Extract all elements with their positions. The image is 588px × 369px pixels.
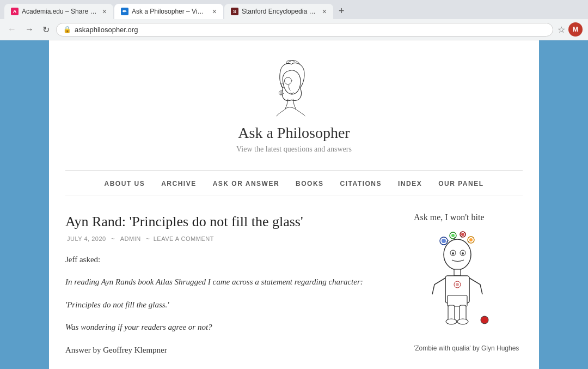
post-meta: JULY 4, 2020 ~ ADMIN ~ LEAVE A COMMENT — [65, 235, 392, 242]
svg-rect-10 — [460, 305, 466, 320]
sidebar-widget-title: Ask me, I won't bite — [414, 213, 523, 222]
svg-rect-9 — [448, 305, 455, 320]
svg-point-11 — [446, 319, 457, 324]
post-paragraph-5: Answer by Geoffrey Klempner — [65, 343, 392, 358]
post-paragraph-1: Jeff asked: — [65, 253, 392, 267]
site-nav: ABOUT US ARCHIVE ASK OR ANSWER BOOKS CIT… — [65, 170, 523, 196]
nav-list: ABOUT US ARCHIVE ASK OR ANSWER BOOKS CIT… — [65, 178, 523, 188]
post-text-1: Jeff asked: — [65, 255, 100, 264]
nav-item-about[interactable]: ABOUT US — [105, 178, 145, 188]
address-text: askaphilosopher.org — [75, 26, 138, 34]
site-title: Ask a Philosopher — [65, 124, 523, 142]
post-text-3: 'Principles do not fill the glass.' — [65, 300, 169, 309]
meta-sep1: ~ — [111, 235, 115, 242]
lock-icon: 🔒 — [63, 26, 71, 34]
address-bar[interactable]: 🔒 askaphilosopher.org — [56, 23, 553, 37]
nav-item-citations[interactable]: CITATIONS — [340, 178, 382, 188]
svg-point-14 — [442, 239, 446, 243]
tab-close-philosopher[interactable]: × — [212, 7, 217, 16]
philosopher-logo — [261, 57, 327, 122]
nav-link-ask[interactable]: ASK OR ANSWER — [213, 180, 279, 187]
main-content: Ayn Rand: 'Principles do not fill the gl… — [65, 213, 523, 366]
svg-point-16 — [451, 234, 455, 237]
svg-point-23 — [481, 316, 488, 324]
zombie-caption: 'Zombie with qualia' by Glyn Hughes — [414, 344, 523, 352]
browser-chrome: A Academia.edu – Share research... × ✏ A… — [0, 0, 588, 40]
nav-item-index[interactable]: INDEX — [398, 178, 422, 188]
svg-rect-6 — [454, 269, 461, 276]
profile-avatar[interactable]: M — [568, 22, 583, 37]
svg-point-18 — [461, 233, 464, 236]
post-text-2: In reading Ayn Rands book Atlas Shrugged… — [65, 277, 363, 286]
nav-link-archive[interactable]: ARCHIVE — [161, 180, 197, 187]
svg-point-4 — [452, 252, 454, 255]
post-text-4: Was wondering if your readers agree or n… — [65, 323, 212, 331]
post-comment-link[interactable]: LEAVE A COMMENT — [154, 235, 214, 242]
post-body: Jeff asked: In reading Ayn Rands book At… — [65, 253, 392, 358]
tab-favicon-stanford: S — [231, 8, 238, 15]
toolbar-right: ☆ M — [558, 22, 583, 37]
site-header: Ask a Philosopher View the latest questi… — [65, 40, 523, 165]
zombie-figure — [414, 230, 501, 339]
address-bar-row: ← → ↻ 🔒 askaphilosopher.org ☆ M — [0, 19, 588, 40]
post-title: Ayn Rand: 'Principles do not fill the gl… — [65, 213, 392, 231]
svg-point-12 — [457, 319, 468, 324]
nav-link-books[interactable]: BOOKS — [296, 180, 324, 187]
site-subtitle: View the latest questions and answers — [65, 145, 523, 154]
nav-link-panel[interactable]: OUR PANEL — [438, 180, 483, 187]
nav-item-books[interactable]: BOOKS — [296, 178, 324, 188]
nav-item-panel[interactable]: OUR PANEL — [438, 178, 483, 188]
post-author[interactable]: ADMIN — [120, 235, 141, 242]
new-tab-button[interactable]: + — [334, 3, 349, 19]
nav-item-ask[interactable]: ASK OR ANSWER — [213, 178, 279, 188]
sidebar: Ask me, I won't bite — [414, 213, 523, 366]
svg-point-22 — [456, 283, 459, 286]
post-area: Ayn Rand: 'Principles do not fill the gl… — [65, 213, 392, 366]
nav-link-citations[interactable]: CITATIONS — [340, 180, 382, 187]
nav-link-about[interactable]: ABOUT US — [105, 180, 145, 187]
bookmark-button[interactable]: ☆ — [558, 25, 565, 35]
tab-favicon-academia: A — [11, 8, 19, 15]
tab-bar: A Academia.edu – Share research... × ✏ A… — [0, 0, 588, 19]
post-paragraph-2: In reading Ayn Rands book Atlas Shrugged… — [65, 275, 392, 289]
forward-button[interactable]: → — [23, 23, 36, 35]
svg-rect-8 — [448, 295, 467, 306]
tab-close-stanford[interactable]: × — [322, 7, 327, 16]
post-text-5: Answer by Geoffrey Klempner — [65, 346, 167, 354]
post-paragraph-3: 'Principles do not fill the glass.' — [65, 298, 392, 312]
tab-title-philosopher: Ask a Philosopher – View the l... — [132, 8, 207, 15]
site-container: Ask a Philosopher View the latest questi… — [49, 40, 539, 369]
svg-point-20 — [469, 238, 473, 241]
tab-stanford[interactable]: S Stanford Encyclopedia of Philo... × — [224, 4, 333, 19]
tab-close-academia[interactable]: × — [102, 7, 107, 16]
post-paragraph-4: Was wondering if your readers agree or n… — [65, 320, 392, 335]
page-wrapper: Ask a Philosopher View the latest questi… — [0, 40, 588, 369]
tab-title-stanford: Stanford Encyclopedia of Philo... — [242, 8, 317, 15]
tab-philosopher[interactable]: ✏ Ask a Philosopher – View the l... × — [114, 4, 223, 19]
svg-point-5 — [462, 252, 464, 255]
tab-favicon-philosopher: ✏ — [121, 8, 128, 15]
nav-link-index[interactable]: INDEX — [398, 180, 422, 187]
back-button[interactable]: ← — [5, 23, 19, 35]
tab-academia[interactable]: A Academia.edu – Share research... × — [4, 4, 113, 19]
tab-title-academia: Academia.edu – Share research... — [22, 8, 97, 15]
post-date: JULY 4, 2020 — [67, 235, 106, 242]
nav-item-archive[interactable]: ARCHIVE — [161, 178, 197, 188]
reload-button[interactable]: ↻ — [40, 23, 52, 36]
svg-point-1 — [444, 239, 471, 270]
meta-sep2: ~ — [146, 235, 150, 242]
